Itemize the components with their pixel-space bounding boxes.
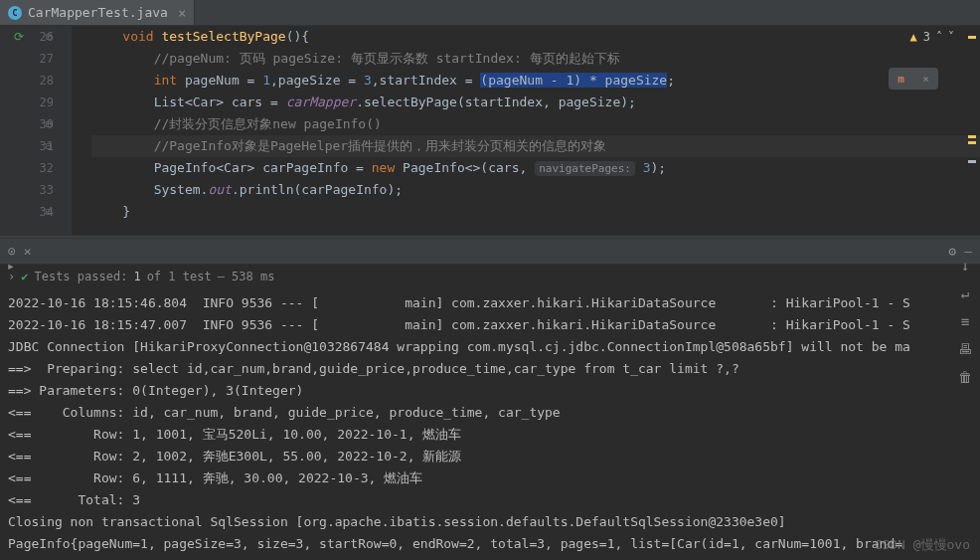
fold-icon[interactable]: ⊟ xyxy=(42,135,52,145)
code-line-current: //PageInfo对象是PageHelper插件提供的，用来封装分页相关的信息… xyxy=(91,135,980,157)
code-line: int pageNum = 1,pageSize = 3,startIndex … xyxy=(91,70,980,92)
code-content[interactable]: void testSelectByPage(){ //pageNum: 页码 p… xyxy=(72,26,980,235)
mybatis-icon: m xyxy=(898,73,904,86)
code-line: //pageNum: 页码 pageSize: 每页显示条数 startInde… xyxy=(91,48,980,70)
line-number: 29 xyxy=(40,95,54,109)
code-line: PageInfo<Car> carPageInfo = new PageInfo… xyxy=(91,157,980,179)
warning-mark[interactable] xyxy=(968,135,976,138)
inspection-widget[interactable]: ▲ 3 ˄ ˅ xyxy=(910,30,954,44)
scroll-to-end-icon[interactable]: ↓ xyxy=(956,257,974,275)
param-hint: navigatePages: xyxy=(535,161,635,176)
warning-mark[interactable] xyxy=(968,141,976,144)
line-number: 27 xyxy=(40,52,54,66)
clear-icon[interactable]: 🗑 xyxy=(956,368,974,386)
code-line: void testSelectByPage(){ xyxy=(91,26,980,48)
vcs-change-icon: ⟳ xyxy=(14,26,24,48)
console-line: ==> Preparing: select id,car_num,brand,g… xyxy=(8,358,972,380)
chevron-down-icon[interactable]: ˅ xyxy=(948,30,954,44)
warning-count: 3 xyxy=(923,30,930,44)
line-number: 32 xyxy=(40,161,54,175)
close-icon[interactable]: × xyxy=(178,5,186,21)
soft-wrap-icon[interactable]: ↵ xyxy=(956,284,974,302)
console-line: <== Row: 1, 1001, 宝马520Li, 10.00, 2022-1… xyxy=(8,424,972,446)
console-line: Closing non transactional SqlSession [or… xyxy=(8,511,972,533)
tab-filename: CarMapperTest.java xyxy=(28,5,168,20)
chevron-up-icon[interactable]: ˄ xyxy=(936,30,942,44)
console-line: <== Columns: id, car_num, brand, guide_p… xyxy=(8,402,972,424)
error-stripe[interactable] xyxy=(966,26,978,225)
print-icon[interactable]: 🖶 xyxy=(956,340,974,358)
test-status-bar: › ✔ Tests passed: 1 of 1 test – 538 ms xyxy=(0,265,980,288)
caret-mark[interactable] xyxy=(968,160,976,163)
code-line: //封装分页信息对象new pageInfo() xyxy=(91,113,980,135)
java-class-icon: C xyxy=(8,6,22,20)
editor[interactable]: ⟳26⊟ 27 28 29 30⊟ 31⊟ 32 33 34⊟ void tes… xyxy=(0,26,980,235)
warning-icon: ▲ xyxy=(910,30,917,44)
tests-passed-label: Tests passed: xyxy=(34,270,127,283)
fold-icon[interactable]: ⊟ xyxy=(42,201,52,211)
line-number: 33 xyxy=(40,183,54,197)
console-line: ==> Parameters: 0(Integer), 3(Integer) xyxy=(8,380,972,402)
console-left-toolbar: ▸ xyxy=(2,257,20,275)
tests-passed-count: 1 xyxy=(133,270,140,283)
line-number-gutter: ⟳26⊟ 27 28 29 30⊟ 31⊟ 32 33 34⊟ xyxy=(0,26,72,235)
gear-icon[interactable]: ⚙ xyxy=(948,244,956,259)
check-icon: ✔ xyxy=(21,270,28,283)
close-icon[interactable]: × xyxy=(24,244,32,259)
editor-tab-bar: C CarMapperTest.java × xyxy=(0,0,980,26)
console-line: <== Total: 3 xyxy=(8,489,972,511)
console-toolbar: ↓ ↵ ≡ 🖶 🗑 xyxy=(956,257,974,386)
tool-window-header: ⊙ × ⚙ — xyxy=(0,239,980,265)
fold-icon[interactable]: ⊟ xyxy=(42,113,52,123)
console-line: <== Row: 6, 1111, 奔驰, 30.00, 2022-10-3, … xyxy=(8,467,972,489)
console-output[interactable]: 2022-10-16 18:15:46.804 INFO 9536 --- [ … xyxy=(0,288,980,557)
floating-hint[interactable]: m × xyxy=(889,68,938,90)
stack-icon[interactable]: ≡ xyxy=(956,312,974,330)
console-line: <== Row: 2, 1002, 奔驰E300L, 55.00, 2022-1… xyxy=(8,446,972,467)
console-line: 2022-10-16 18:15:47.007 INFO 9536 --- [ … xyxy=(8,314,972,336)
tests-time: – 538 ms xyxy=(218,270,275,283)
console-line: 2022-10-16 18:15:46.804 INFO 9536 --- [ … xyxy=(8,292,972,314)
collapse-icon[interactable]: ▸ xyxy=(2,257,20,275)
console-line: PageInfo{pageNum=1, pageSize=3, size=3, … xyxy=(8,533,972,555)
watermark: CSDN @慢慢ovo xyxy=(875,536,970,554)
tests-total: of 1 test xyxy=(147,270,212,283)
line-number: 28 xyxy=(40,74,54,88)
fold-icon[interactable]: ⊟ xyxy=(42,26,52,36)
code-line: System.out.println(carPageInfo); xyxy=(91,179,980,201)
console-line: JDBC Connection [HikariProxyConnection@1… xyxy=(8,336,972,358)
close-icon[interactable]: × xyxy=(922,73,929,86)
code-line: List<Car> cars = carMapper.selectByPage(… xyxy=(91,92,980,113)
warning-mark[interactable] xyxy=(968,36,976,39)
code-line: } xyxy=(91,201,980,223)
file-tab[interactable]: C CarMapperTest.java × xyxy=(0,0,195,25)
